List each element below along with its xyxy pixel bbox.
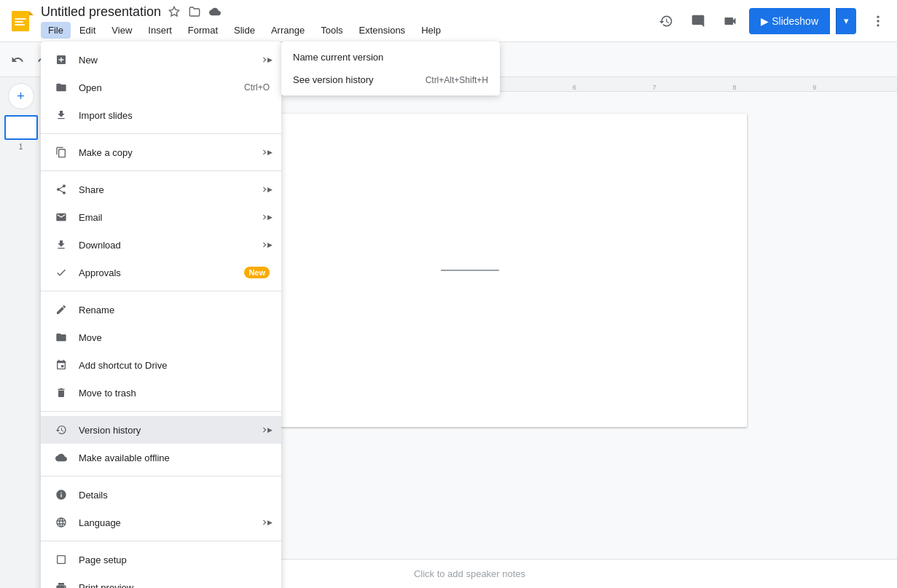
submenu-name-version[interactable]: Name current version [281,46,500,68]
svg-point-8 [877,15,879,17]
printpreview-icon [52,579,70,588]
menu-item-new[interactable]: New [41,46,281,74]
trash-label: Move to trash [79,388,270,399]
menu-view[interactable]: View [104,22,139,39]
menu-item-email[interactable]: Email [41,203,281,231]
folder-icon[interactable] [186,3,203,20]
history-icon[interactable] [653,8,679,34]
svg-marker-7 [169,7,179,16]
add-slide-button[interactable]: + [8,83,34,109]
import-label: Import slides [79,110,270,121]
notes-placeholder: Click to add speaker notes [414,568,525,579]
version-label: Version history [79,425,259,436]
move-label: Move [79,332,270,343]
approvals-icon [52,264,70,281]
file-menu-dropdown: New Open Ctrl+O Import slides Make a cop… [41,42,281,588]
right-controls: ▶ Slideshow ▾ [653,8,891,34]
cloud-saved-icon[interactable] [206,3,224,20]
shortcut-icon [52,356,70,374]
menu-item-details[interactable]: Details [41,481,281,509]
divider-5 [41,476,281,477]
divider-4 [41,411,281,412]
new-label: New [79,55,259,66]
comments-icon[interactable] [685,8,711,34]
language-label: Language [79,517,259,528]
title-icons [165,3,224,20]
language-icon [52,514,70,531]
version-history-submenu: Name current version See version history… [281,42,500,95]
slideshow-button[interactable]: ▶ Slideshow [749,8,830,34]
move-icon [52,329,70,346]
divider-1 [41,133,281,134]
meet-icon[interactable] [717,8,743,34]
menu-tools[interactable]: Tools [313,22,350,39]
menu-help[interactable]: Help [414,22,448,39]
divider-6 [41,541,281,541]
open-label: Open [79,82,244,93]
svg-rect-5 [15,21,23,23]
menu-insert[interactable]: Insert [141,22,179,39]
menu-item-import[interactable]: Import slides [41,101,281,129]
menu-item-printpreview[interactable]: Print preview [41,573,281,588]
name-version-label: Name current version [293,52,383,63]
import-icon [52,106,70,124]
menu-file[interactable]: File [41,22,71,39]
email-label: Email [79,212,259,223]
more-options-icon[interactable] [865,8,891,34]
see-version-label: See version history [293,74,374,85]
version-icon [52,421,70,439]
divider-3 [41,291,281,291]
menu-format[interactable]: Format [181,22,225,39]
menu-item-pagesetup[interactable]: Page setup [41,546,281,573]
menu-item-offline[interactable]: Make available offline [41,444,281,471]
new-icon [52,51,70,68]
copy-label: Make a copy [79,147,259,158]
download-label: Download [79,240,259,251]
approvals-label: Approvals [79,267,238,278]
menu-item-download[interactable]: Download [41,231,281,259]
svg-rect-4 [15,18,26,20]
rename-label: Rename [79,305,270,315]
menu-extensions[interactable]: Extensions [352,22,413,39]
share-label: Share [79,184,259,195]
slideshow-dropdown-button[interactable]: ▾ [836,8,856,34]
star-icon[interactable] [165,3,183,20]
title-section: Untitled presentation [41,3,653,39]
doc-title[interactable]: Untitled presentation [41,4,161,20]
menu-item-open[interactable]: Open Ctrl+O [41,74,281,101]
menu-item-trash[interactable]: Move to trash [41,379,281,407]
svg-rect-6 [15,24,25,26]
menu-item-language[interactable]: Language [41,509,281,536]
undo-button[interactable] [6,48,29,71]
menu-item-shortcut[interactable]: Add shortcut to Drive [41,351,281,379]
pagesetup-icon [52,551,70,568]
approvals-badge: New [244,267,270,278]
doc-title-row: Untitled presentation [41,3,653,20]
email-icon [52,208,70,226]
printpreview-label: Print preview [79,582,270,589]
offline-label: Make available offline [79,452,270,463]
menu-item-copy[interactable]: Make a copy [41,138,281,166]
slide-panel: + 1 [0,77,42,588]
slide-thumbnail-1[interactable] [4,115,38,140]
rename-icon [52,301,70,318]
pagesetup-label: Page setup [79,554,270,565]
menu-edit[interactable]: Edit [72,22,103,39]
details-label: Details [79,490,270,501]
menu-item-move[interactable]: Move [41,324,281,351]
slide-number: 1 [19,143,23,151]
menu-bar: File Edit View Insert Format Slide Arran… [41,22,653,39]
submenu-see-version[interactable]: See version history Ctrl+Alt+Shift+H [281,68,500,91]
menu-item-version[interactable]: Version history [41,416,281,444]
open-shortcut: Ctrl+O [244,82,270,93]
menu-item-approvals[interactable]: Approvals New [41,259,281,286]
share-icon [52,181,70,198]
menu-item-rename[interactable]: Rename [41,296,281,324]
menu-item-share[interactable]: Share [41,176,281,203]
menu-arrange[interactable]: Arrange [264,22,312,39]
menu-slide[interactable]: Slide [227,22,262,39]
svg-point-9 [877,20,879,22]
app-icon[interactable] [6,7,35,36]
offline-icon [52,449,70,466]
trash-icon [52,384,70,401]
